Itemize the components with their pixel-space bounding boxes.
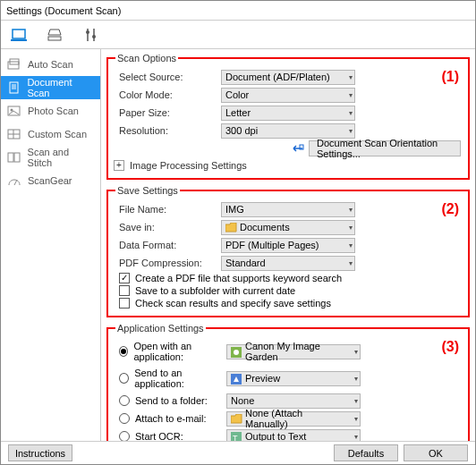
- send-to-app-dropdown[interactable]: Preview ▾: [226, 371, 361, 386]
- radio-icon: [119, 413, 130, 424]
- callout-1: (1): [441, 69, 459, 85]
- chevron-down-icon: ▾: [349, 206, 353, 214]
- svg-point-14: [11, 109, 13, 112]
- settings-window: Settings (Document Scan) Auto Scan Docum…: [0, 0, 476, 465]
- checkbox-keyword-pdf[interactable]: ✓ Create a PDF file that supports keywor…: [114, 273, 463, 283]
- send-to-folder-value: None: [231, 395, 254, 406]
- radio-icon: [119, 395, 130, 406]
- callout-3: (3): [441, 339, 459, 355]
- sidebar-item-photo-scan[interactable]: Photo Scan: [1, 99, 100, 123]
- radio-send-to-app[interactable]: Send to an application:: [114, 368, 226, 389]
- app-icon: [230, 346, 242, 359]
- orientation-refresh-icon: [291, 141, 305, 156]
- file-name-label: File Name:: [114, 204, 221, 215]
- instructions-button[interactable]: Instructions: [8, 444, 72, 461]
- radio-send-to-folder[interactable]: Send to a folder:: [114, 395, 226, 406]
- chevron-down-icon: ▾: [349, 73, 353, 81]
- chevron-down-icon: ▾: [349, 91, 353, 99]
- chevron-down-icon: ▾: [349, 259, 353, 267]
- orientation-settings-label: Document Scan Orientation Settings...: [317, 138, 453, 159]
- radio-attach-email[interactable]: Attach to e-mail:: [114, 413, 226, 424]
- radio-icon: [119, 431, 130, 441]
- sidebar-item-scan-stitch[interactable]: Scan and Stitch: [1, 146, 100, 169]
- sidebar-item-auto-scan[interactable]: Auto Scan: [1, 53, 100, 76]
- send-to-folder-dropdown[interactable]: None ▾: [226, 393, 361, 409]
- svg-point-23: [234, 350, 239, 355]
- window-title: Settings (Document Scan): [6, 5, 121, 16]
- start-ocr-dropdown[interactable]: T Output to Text ▾: [226, 429, 361, 442]
- radio-label: Start OCR:: [135, 431, 183, 441]
- main-panel: Scan Options (1) Select Source: Document…: [101, 49, 475, 441]
- radio-start-ocr[interactable]: Start OCR:: [114, 431, 226, 441]
- sidebar-item-scangear[interactable]: ScanGear: [1, 169, 100, 192]
- chevron-down-icon: ▾: [354, 348, 358, 356]
- folder-icon: [230, 413, 242, 426]
- radio-label: Send to an application:: [134, 368, 226, 389]
- resolution-dropdown[interactable]: 300 dpi ▾: [221, 123, 355, 139]
- chevron-down-icon: ▾: [349, 127, 353, 135]
- sidebar-item-label: Auto Scan: [28, 59, 73, 70]
- sidebar-item-label: Document Scan: [27, 77, 95, 98]
- checkbox-icon: [119, 285, 130, 296]
- checkbox-icon: ✓: [119, 273, 130, 283]
- ok-button[interactable]: OK: [404, 444, 468, 461]
- sidebar-item-label: ScanGear: [28, 175, 72, 186]
- color-mode-value: Color: [225, 89, 249, 100]
- radio-open-with-app[interactable]: Open with an application:: [114, 341, 226, 362]
- scan-options-group: Scan Options (1) Select Source: Document…: [106, 53, 470, 180]
- svg-rect-18: [8, 153, 13, 162]
- checkbox-check-results[interactable]: Check scan results and specify save sett…: [114, 298, 463, 309]
- photo-scan-icon: [6, 105, 22, 117]
- sidebar-item-label: Custom Scan: [28, 129, 87, 140]
- start-ocr-value: Output to Text: [245, 431, 306, 441]
- application-settings-group: Application Settings (3) Open with an ap…: [106, 323, 470, 441]
- svg-rect-19: [14, 153, 20, 162]
- select-source-label: Select Source:: [114, 72, 221, 82]
- resolution-label: Resolution:: [114, 125, 221, 136]
- svg-rect-2: [48, 37, 61, 40]
- select-source-dropdown[interactable]: Document (ADF/Platen) ▾: [221, 70, 355, 85]
- save-in-dropdown[interactable]: Documents ▾: [221, 220, 355, 235]
- folder-icon: [225, 222, 237, 234]
- sidebar-item-label: Scan and Stitch: [28, 147, 95, 168]
- scan-stitch-icon: [6, 151, 22, 164]
- data-format-label: Data Format:: [114, 240, 221, 250]
- data-format-dropdown[interactable]: PDF (Multiple Pages) ▾: [221, 238, 355, 253]
- callout-2: (2): [441, 201, 459, 217]
- svg-line-20: [14, 180, 17, 185]
- save-in-label: Save in:: [114, 222, 221, 232]
- sidebar-item-document-scan[interactable]: Document Scan: [1, 76, 100, 99]
- radio-label: Send to a folder:: [135, 395, 208, 406]
- paper-size-value: Letter: [225, 107, 251, 118]
- general-settings-icon[interactable]: [81, 25, 101, 45]
- paper-size-dropdown[interactable]: Letter ▾: [221, 106, 355, 121]
- instructions-label: Instructions: [15, 448, 65, 459]
- open-with-app-value: Canon My Image Garden: [245, 341, 347, 362]
- pdf-compression-dropdown[interactable]: Standard ▾: [221, 256, 355, 271]
- select-source-value: Document (ADF/Platen): [225, 72, 330, 82]
- scan-from-panel-icon[interactable]: [46, 25, 65, 45]
- orientation-settings-button[interactable]: Document Scan Orientation Settings...: [309, 140, 461, 156]
- defaults-button[interactable]: Defaults: [334, 444, 398, 461]
- file-name-value: IMG: [225, 204, 244, 215]
- attach-email-dropdown[interactable]: None (Attach Manually) ▾: [226, 411, 361, 427]
- file-name-combo[interactable]: IMG ▾: [221, 202, 355, 217]
- radio-icon: [119, 373, 129, 384]
- svg-rect-1: [11, 39, 27, 41]
- checkbox-subfolder[interactable]: Save to a subfolder with current date: [114, 285, 463, 296]
- color-mode-label: Color Mode:: [114, 89, 221, 100]
- toolbar: [1, 21, 475, 49]
- chevron-down-icon: ▾: [354, 375, 358, 383]
- chevron-down-icon: ▾: [349, 109, 353, 117]
- color-mode-dropdown[interactable]: Color ▾: [221, 88, 355, 103]
- ocr-icon: T: [230, 431, 242, 442]
- chevron-down-icon: ▾: [349, 241, 353, 249]
- paper-size-label: Paper Size:: [114, 107, 221, 118]
- sidebar-item-custom-scan[interactable]: Custom Scan: [1, 123, 100, 146]
- open-with-app-dropdown[interactable]: Canon My Image Garden ▾: [226, 344, 361, 359]
- scan-from-computer-icon[interactable]: [10, 25, 30, 45]
- image-processing-label: Image Processing Settings: [130, 160, 247, 171]
- pdf-compression-label: PDF Compression:: [114, 258, 221, 268]
- image-processing-expander[interactable]: + Image Processing Settings: [114, 160, 463, 171]
- ok-label: OK: [429, 448, 443, 459]
